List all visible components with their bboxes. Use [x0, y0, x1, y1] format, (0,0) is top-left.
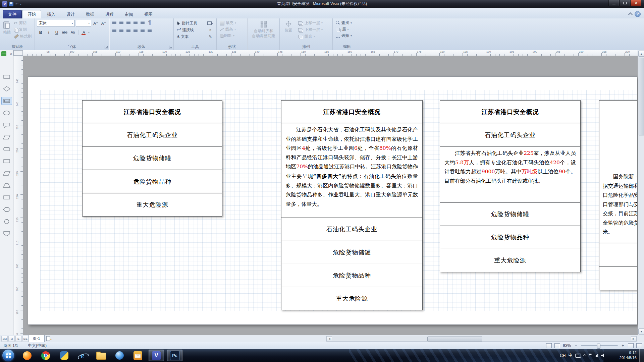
grow-font-button[interactable]: A⁺ — [92, 20, 99, 27]
show-desktop-button[interactable] — [639, 349, 644, 362]
diagram-box[interactable]: 危险货物品种 — [281, 264, 423, 287]
italic-button[interactable]: I — [45, 29, 52, 36]
diagram-header-box[interactable]: 江苏省港口安全概况 — [281, 100, 423, 123]
zoom-slider-thumb[interactable] — [597, 344, 600, 349]
pointer-tool-button[interactable]: 指针工具 — [176, 20, 207, 26]
python-taskbar-button[interactable] — [56, 350, 72, 361]
first-page-button[interactable]: ◀◀ — [1, 336, 8, 342]
font-color-button[interactable]: A — [80, 29, 88, 36]
diagram-text-box[interactable]: 江苏省共有石油化工码头企业225家，涉及从业人员大约5.8万人，拥有专业化石油化… — [440, 146, 581, 203]
decrease-indent-icon[interactable] — [125, 20, 131, 25]
scroll-left-icon[interactable]: ◀ — [327, 336, 332, 341]
stencil-window-icon[interactable] — [1, 51, 6, 56]
rectangle-tool-button[interactable]: ▾ — [207, 20, 214, 26]
strikethrough-button[interactable]: abc — [61, 29, 68, 36]
diagram-box[interactable]: 重大危险源 — [82, 193, 222, 217]
drawing-canvas[interactable]: 江苏省港口安全概况石油化工码头企业危险货物储罐危险货物品种重大危险源江苏省港口安… — [23, 56, 638, 335]
page-tab[interactable]: 页-1 — [28, 335, 45, 342]
next-page-button[interactable]: ▶ — [15, 336, 22, 342]
line-button[interactable]: 线条▾ — [219, 26, 245, 33]
line-spacing-icon[interactable] — [140, 20, 146, 25]
diagram-box[interactable]: 石油化工码头企业 — [281, 218, 423, 241]
visio-taskbar-button[interactable]: V — [149, 350, 164, 361]
scroll-down-icon[interactable]: ▼ — [638, 328, 644, 335]
photoshop-taskbar-button[interactable]: Ps — [167, 350, 182, 361]
diagram-box[interactable]: 重大危险源 — [281, 287, 423, 310]
copy-button[interactable]: 复制 — [13, 26, 33, 33]
firefox-taskbar-button[interactable] — [19, 350, 35, 361]
diagram-box[interactable]: 石油化工码头企业 — [440, 123, 581, 147]
diagram-text-box[interactable]: 江苏是个石化大省，石油化工码头及其仓储是石化产业的基础支撑和生命线，依托沿江港口… — [281, 123, 423, 218]
horizontal-scroll-thumb[interactable] — [427, 337, 482, 342]
layers-button[interactable]: 层▾ — [335, 26, 359, 33]
minimize-button[interactable] — [608, 0, 619, 6]
fullscreen-icon[interactable] — [636, 343, 642, 348]
mail-taskbar-button[interactable] — [130, 350, 146, 361]
stencil-shape-parallelogram-icon[interactable] — [1, 133, 12, 141]
group-shapes-button[interactable]: 组合▾ — [297, 33, 324, 40]
position-button[interactable]: 位置 — [282, 20, 295, 40]
scroll-up-icon[interactable]: ▲ — [638, 51, 644, 57]
diagram-box[interactable]: 危险货物储罐 — [82, 146, 222, 170]
vertical-scroll-thumb[interactable] — [639, 58, 644, 135]
pencil-tool-button[interactable]: ✎ — [207, 33, 214, 40]
stencil-shape-shield-icon[interactable] — [1, 230, 12, 238]
bold-button[interactable]: B — [37, 29, 44, 36]
expand-shapes-panel-icon[interactable]: » — [10, 52, 12, 56]
diagram-box[interactable]: 危险货物品种 — [82, 170, 222, 193]
help-icon[interactable]: ? — [635, 11, 641, 17]
language-indicator[interactable]: 中文(中国) — [28, 343, 47, 349]
diagram-box[interactable] — [599, 266, 637, 290]
maximize-button[interactable] — [620, 0, 630, 6]
zoom-in-button[interactable]: + — [621, 343, 625, 348]
font-dialog-launcher-icon[interactable] — [105, 46, 108, 49]
stencil-shape-rounded-rectangle-icon[interactable] — [1, 145, 12, 153]
vertical-scrollbar[interactable]: ▲ ▼ — [638, 50, 644, 335]
bring-forward-button[interactable]: 上移一层▾ — [297, 20, 324, 26]
zoom-level[interactable]: 93% — [563, 343, 571, 348]
stencil-shape-parallelogram-icon[interactable] — [1, 169, 12, 177]
diagram-header-box[interactable]: 江苏省港口安全概况 — [440, 100, 581, 123]
fit-page-icon[interactable] — [628, 343, 634, 348]
stencil-shape-ellipse-icon[interactable] — [1, 109, 12, 117]
tab-home[interactable]: 开始 — [22, 10, 41, 18]
stencil-shape-callout-icon[interactable] — [1, 121, 12, 129]
underline-button[interactable]: U — [53, 29, 60, 36]
diagram-box[interactable]: 危险货物品种 — [440, 226, 581, 249]
format-painter-button[interactable]: 格式刷 — [13, 33, 33, 40]
diagram-box[interactable]: 石油化工码头企业 — [82, 123, 222, 147]
clock[interactable]: 9:12 2014/5/16 — [620, 350, 637, 360]
language-bar[interactable]: CH — [560, 353, 566, 358]
stencil-shape-hexagon-icon[interactable] — [1, 205, 12, 214]
stencil-shape-double-rectangle-icon[interactable] — [1, 97, 12, 105]
tab-design[interactable]: 设计 — [61, 10, 80, 18]
network-icon[interactable] — [595, 354, 598, 357]
diagram-header-box[interactable]: 江苏省港口安全概况 — [82, 100, 222, 123]
select-button[interactable]: 选择▾ — [335, 33, 359, 39]
shadow-button[interactable]: 阴影▾ — [219, 33, 245, 39]
align-bottom-icon[interactable] — [147, 28, 153, 34]
diagram-box[interactable]: 危险货物储罐 — [440, 202, 581, 226]
ie-taskbar-button[interactable]: e — [75, 350, 90, 361]
bullets-icon[interactable] — [111, 20, 117, 25]
align-left-icon[interactable] — [111, 28, 117, 34]
fill-button[interactable]: 填充▾ — [219, 20, 245, 26]
tab-insert[interactable]: 插入 — [42, 10, 61, 18]
tab-review[interactable]: 审阅 — [119, 10, 139, 18]
align-right-icon[interactable] — [125, 28, 131, 34]
align-top-icon[interactable] — [140, 28, 146, 34]
tab-file[interactable]: 文件 — [3, 10, 22, 18]
diagram-text-box[interactable]: 国务院新《据交通运输部和口危险化学品安口管理部门与安交接，目前江苏全监管的危险货… — [599, 100, 637, 243]
pan-zoom-window-icon[interactable] — [554, 343, 560, 348]
stencil-shape-rectangle-icon[interactable] — [1, 193, 12, 201]
drawing-page[interactable]: 江苏省港口安全概况石油化工码头企业危险货物储罐危险货物品种重大危险源江苏省港口安… — [28, 76, 637, 325]
volume-icon[interactable] — [601, 354, 605, 357]
change-case-button[interactable]: Aa — [69, 29, 76, 36]
diagram-box[interactable]: 重大危险源 — [440, 249, 581, 272]
connector-tool-button[interactable]: 连接线 — [176, 27, 207, 33]
minimize-ribbon-icon[interactable] — [628, 12, 633, 17]
tab-view[interactable]: 视图 — [139, 10, 158, 18]
zoom-out-button[interactable]: − — [574, 343, 578, 348]
action-center-icon[interactable] — [589, 354, 592, 358]
font-color-dropdown-icon[interactable]: ▾ — [88, 31, 90, 34]
